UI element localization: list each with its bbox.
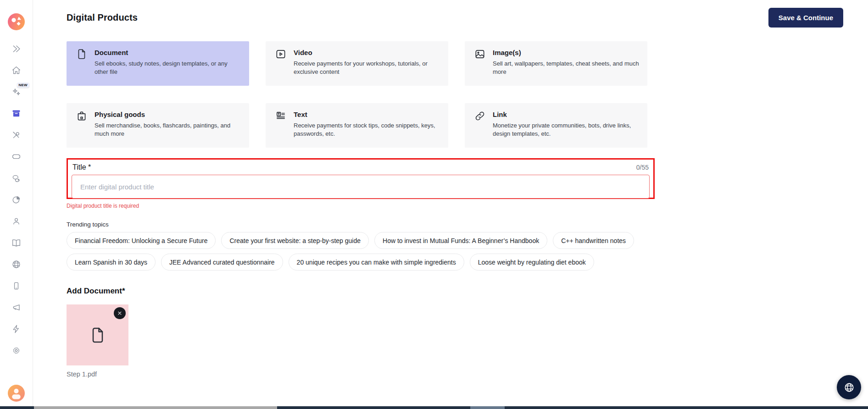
- sidebar-item-website[interactable]: [11, 260, 22, 269]
- title-char-counter: 0/55: [636, 164, 649, 171]
- card-title: Video: [294, 49, 440, 56]
- archive-box-icon: [11, 109, 21, 118]
- product-type-card-video[interactable]: Video Receive payments for your workshop…: [266, 41, 448, 86]
- trending-topics-label: Trending topics: [67, 221, 680, 228]
- card-description: Receive payments for your workshops, tut…: [294, 60, 440, 77]
- title-label: Title *: [72, 163, 91, 171]
- trending-topic-chip[interactable]: Learn Spanish in 30 days: [67, 254, 156, 271]
- bottom-edge-strip: [0, 406, 868, 409]
- product-type-card-images[interactable]: Image(s) Sell art, wallpapers, templates…: [465, 41, 647, 86]
- page-title: Digital Products: [67, 12, 138, 23]
- sidebar-item-messages[interactable]: [11, 173, 22, 183]
- image-icon: [474, 48, 486, 60]
- link-icon: [474, 110, 486, 122]
- title-field-group-highlight: Title * 0/55: [67, 158, 655, 199]
- sidebar-item-analytics[interactable]: [11, 195, 22, 204]
- trending-topic-chip[interactable]: Create your first website: a step-by-ste…: [221, 232, 369, 249]
- sparkles-icon: [11, 87, 21, 97]
- main-panel: Digital Products Save & Continue Documen…: [33, 0, 868, 409]
- sidebar-item-settings[interactable]: [11, 346, 22, 355]
- trending-topics-list: Financial Freedom: Unlocking a Secure Fu…: [67, 232, 647, 271]
- title-input[interactable]: [72, 175, 650, 199]
- card-title: Text: [294, 111, 440, 118]
- mobile-phone-icon: [11, 281, 21, 291]
- physical-goods-icon: [76, 110, 88, 122]
- document-icon: [76, 48, 88, 60]
- card-title: Physical goods: [95, 111, 241, 118]
- bottom-strip-slate-segment: [470, 406, 505, 409]
- trending-topic-chip[interactable]: Financial Freedom: Unlocking a Secure Fu…: [67, 232, 216, 249]
- sidebar-item-new-feature[interactable]: NEW: [11, 87, 22, 97]
- document-file-icon: [89, 326, 107, 344]
- sidebar-item-products[interactable]: [11, 109, 22, 118]
- card-title: Link: [493, 111, 639, 118]
- sidebar-item-tools[interactable]: [11, 130, 22, 140]
- sidebar: NEW: [0, 0, 33, 409]
- sidebar-item-pages[interactable]: [11, 238, 22, 248]
- trending-topic-chip[interactable]: Loose weight by regulating diet ebook: [470, 254, 594, 271]
- sidebar-nav: NEW: [11, 44, 22, 355]
- pie-chart-icon: [11, 195, 21, 204]
- save-continue-button[interactable]: Save & Continue: [768, 8, 843, 28]
- card-description: Receive payments for stock tips, code sn…: [294, 122, 440, 138]
- card-description: Sell ebooks, study notes, design templat…: [95, 60, 241, 77]
- tools-icon: [11, 130, 21, 140]
- sidebar-item-mobile-app[interactable]: [11, 281, 22, 291]
- floating-globe-button[interactable]: [837, 375, 861, 399]
- card-title: Document: [95, 49, 241, 56]
- sidebar-item-tickets[interactable]: [11, 152, 22, 161]
- card-description: Sell art, wallpapers, templates, cheat s…: [493, 60, 639, 77]
- card-description: Monetize your private communities, bots,…: [493, 122, 639, 138]
- card-description: Sell merchandise, books, flashcards, pai…: [95, 122, 241, 138]
- new-badge: NEW: [17, 83, 29, 88]
- card-title: Image(s): [493, 49, 639, 56]
- trending-topic-chip[interactable]: C++ handwritten notes: [553, 232, 634, 249]
- expand-sidebar-button[interactable]: [11, 44, 22, 54]
- close-x-icon: [117, 310, 123, 316]
- trending-topic-chip[interactable]: 20 unique recipes you can make with simp…: [289, 254, 464, 271]
- user-icon: [11, 216, 21, 226]
- app-window: NEW: [0, 0, 868, 409]
- globe-icon: [843, 381, 855, 393]
- add-document-label: Add Document*: [67, 287, 680, 296]
- uploaded-document-tile: [67, 304, 128, 365]
- product-type-card-document[interactable]: Document Sell ebooks, study notes, desig…: [67, 41, 249, 86]
- trending-topic-chip[interactable]: JEE Advanced curated questionnaire: [161, 254, 283, 271]
- text-icon: [275, 110, 287, 122]
- page-header: Digital Products Save & Continue: [33, 0, 868, 35]
- user-avatar-icon[interactable]: [8, 385, 25, 402]
- sidebar-item-customers[interactable]: [11, 216, 22, 226]
- sidebar-item-home[interactable]: [11, 66, 22, 75]
- megaphone-icon: [11, 303, 21, 312]
- lightning-bolt-icon: [11, 324, 21, 334]
- globe-icon: [11, 260, 21, 269]
- video-icon: [275, 48, 287, 60]
- content-area: Document Sell ebooks, study notes, desig…: [33, 35, 680, 378]
- product-type-card-link[interactable]: Link Monetize your private communities, …: [465, 103, 647, 148]
- brand-logo-shapes-icon[interactable]: [8, 13, 25, 30]
- gear-icon: [11, 346, 21, 355]
- product-type-card-text[interactable]: Text Receive payments for stock tips, co…: [266, 103, 448, 148]
- trending-topic-chip[interactable]: How to invest in Mutual Funds: A Beginne…: [374, 232, 547, 249]
- sidebar-item-marketing[interactable]: [11, 303, 22, 312]
- title-error-message: Digital product title is required: [67, 203, 680, 209]
- product-type-card-physical-goods[interactable]: Physical goods Sell merchandise, books, …: [67, 103, 249, 148]
- chat-bubbles-icon: [11, 173, 21, 183]
- home-icon: [11, 66, 21, 75]
- remove-document-button[interactable]: [114, 307, 126, 319]
- chevrons-right-icon: [11, 44, 21, 54]
- bottom-strip-light-segment: [34, 406, 277, 409]
- uploaded-file-name: Step 1.pdf: [67, 370, 680, 378]
- book-open-icon: [11, 238, 21, 248]
- ticket-icon: [11, 152, 21, 161]
- product-type-grid: Document Sell ebooks, study notes, desig…: [67, 41, 647, 148]
- sidebar-item-automations[interactable]: [11, 324, 22, 334]
